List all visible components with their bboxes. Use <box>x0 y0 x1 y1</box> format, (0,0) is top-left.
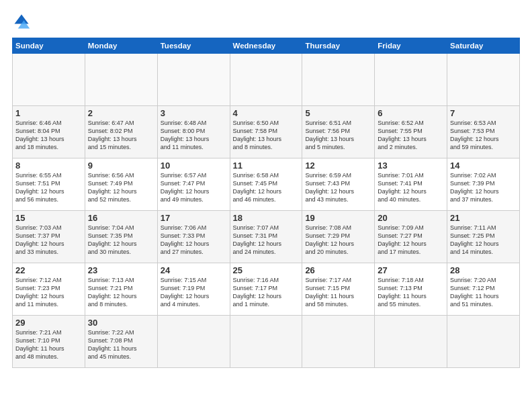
day-cell: 18Sunrise: 7:07 AM Sunset: 7:31 PM Dayli… <box>230 211 302 263</box>
col-header-monday: Monday <box>85 38 157 54</box>
day-cell: 12Sunrise: 6:59 AM Sunset: 7:43 PM Dayli… <box>302 158 375 211</box>
day-cell: 30Sunrise: 7:22 AM Sunset: 7:08 PM Dayli… <box>85 316 157 368</box>
day-number: 8 <box>15 161 82 171</box>
day-info: Sunrise: 7:17 AM Sunset: 7:15 PM Dayligh… <box>305 276 371 309</box>
day-cell <box>13 54 85 106</box>
page: SundayMondayTuesdayWednesdayThursdayFrid… <box>0 0 532 411</box>
day-cell: 26Sunrise: 7:17 AM Sunset: 7:15 PM Dayli… <box>302 263 375 316</box>
day-cell: 11Sunrise: 6:58 AM Sunset: 7:45 PM Dayli… <box>230 158 302 211</box>
day-number: 13 <box>378 161 444 171</box>
day-cell <box>375 316 447 368</box>
day-cell: 19Sunrise: 7:08 AM Sunset: 7:29 PM Dayli… <box>302 211 375 263</box>
day-cell <box>157 316 230 368</box>
day-number: 30 <box>88 318 154 328</box>
day-cell: 8Sunrise: 6:55 AM Sunset: 7:51 PM Daylig… <box>13 158 85 211</box>
day-number: 16 <box>88 213 154 223</box>
day-info: Sunrise: 7:09 AM Sunset: 7:27 PM Dayligh… <box>378 224 444 257</box>
day-number: 17 <box>161 213 227 223</box>
day-cell <box>230 54 302 106</box>
week-row-0 <box>13 54 520 106</box>
week-row-4: 22Sunrise: 7:12 AM Sunset: 7:23 PM Dayli… <box>13 263 520 316</box>
day-info: Sunrise: 6:51 AM Sunset: 7:56 PM Dayligh… <box>305 119 371 152</box>
day-number: 12 <box>305 161 371 171</box>
day-cell: 20Sunrise: 7:09 AM Sunset: 7:27 PM Dayli… <box>375 211 447 263</box>
day-cell: 27Sunrise: 7:18 AM Sunset: 7:13 PM Dayli… <box>375 263 447 316</box>
day-number: 19 <box>305 213 371 223</box>
day-cell: 17Sunrise: 7:06 AM Sunset: 7:33 PM Dayli… <box>157 211 230 263</box>
day-number: 14 <box>450 161 517 171</box>
day-info: Sunrise: 7:12 AM Sunset: 7:23 PM Dayligh… <box>15 276 82 309</box>
day-info: Sunrise: 6:56 AM Sunset: 7:49 PM Dayligh… <box>88 171 154 204</box>
col-header-friday: Friday <box>375 38 447 54</box>
week-row-1: 1Sunrise: 6:46 AM Sunset: 8:04 PM Daylig… <box>13 106 520 158</box>
day-number: 22 <box>15 265 82 275</box>
day-info: Sunrise: 7:22 AM Sunset: 7:08 PM Dayligh… <box>88 328 154 361</box>
logo-icon <box>12 12 31 31</box>
day-cell: 25Sunrise: 7:16 AM Sunset: 7:17 PM Dayli… <box>230 263 302 316</box>
day-info: Sunrise: 7:16 AM Sunset: 7:17 PM Dayligh… <box>233 276 300 309</box>
day-cell <box>302 316 375 368</box>
day-number: 25 <box>233 265 300 275</box>
calendar-table: SundayMondayTuesdayWednesdayThursdayFrid… <box>12 38 520 368</box>
week-row-5: 29Sunrise: 7:21 AM Sunset: 7:10 PM Dayli… <box>13 316 520 368</box>
day-cell: 10Sunrise: 6:57 AM Sunset: 7:47 PM Dayli… <box>157 158 230 211</box>
day-cell <box>375 54 447 106</box>
col-header-tuesday: Tuesday <box>157 38 230 54</box>
day-info: Sunrise: 6:52 AM Sunset: 7:55 PM Dayligh… <box>378 119 444 152</box>
day-info: Sunrise: 6:46 AM Sunset: 8:04 PM Dayligh… <box>15 119 82 152</box>
day-number: 6 <box>378 108 444 118</box>
svg-marker-0 <box>15 15 29 24</box>
day-cell: 13Sunrise: 7:01 AM Sunset: 7:41 PM Dayli… <box>375 158 447 211</box>
col-header-thursday: Thursday <box>302 38 375 54</box>
day-cell <box>447 54 520 106</box>
day-cell: 6Sunrise: 6:52 AM Sunset: 7:55 PM Daylig… <box>375 106 447 158</box>
day-cell <box>447 316 520 368</box>
day-number: 24 <box>161 265 227 275</box>
day-cell: 16Sunrise: 7:04 AM Sunset: 7:35 PM Dayli… <box>85 211 157 263</box>
day-info: Sunrise: 7:18 AM Sunset: 7:13 PM Dayligh… <box>378 276 444 309</box>
day-info: Sunrise: 7:06 AM Sunset: 7:33 PM Dayligh… <box>161 224 227 257</box>
day-number: 10 <box>161 161 227 171</box>
day-cell <box>302 54 375 106</box>
day-cell <box>85 54 157 106</box>
day-number: 28 <box>450 265 517 275</box>
day-number: 18 <box>233 213 300 223</box>
day-number: 29 <box>15 318 82 328</box>
day-cell: 21Sunrise: 7:11 AM Sunset: 7:25 PM Dayli… <box>447 211 520 263</box>
day-info: Sunrise: 7:07 AM Sunset: 7:31 PM Dayligh… <box>233 224 300 257</box>
day-number: 4 <box>233 108 300 118</box>
day-cell: 3Sunrise: 6:48 AM Sunset: 8:00 PM Daylig… <box>157 106 230 158</box>
day-cell: 14Sunrise: 7:02 AM Sunset: 7:39 PM Dayli… <box>447 158 520 211</box>
day-info: Sunrise: 7:11 AM Sunset: 7:25 PM Dayligh… <box>450 224 517 257</box>
day-cell: 2Sunrise: 6:47 AM Sunset: 8:02 PM Daylig… <box>85 106 157 158</box>
day-cell <box>230 316 302 368</box>
day-cell: 1Sunrise: 6:46 AM Sunset: 8:04 PM Daylig… <box>13 106 85 158</box>
day-number: 7 <box>450 108 517 118</box>
day-info: Sunrise: 7:13 AM Sunset: 7:21 PM Dayligh… <box>88 276 154 309</box>
day-cell: 4Sunrise: 6:50 AM Sunset: 7:58 PM Daylig… <box>230 106 302 158</box>
day-info: Sunrise: 7:01 AM Sunset: 7:41 PM Dayligh… <box>378 171 444 204</box>
header-row: SundayMondayTuesdayWednesdayThursdayFrid… <box>13 38 520 54</box>
day-cell: 23Sunrise: 7:13 AM Sunset: 7:21 PM Dayli… <box>85 263 157 316</box>
day-cell: 7Sunrise: 6:53 AM Sunset: 7:53 PM Daylig… <box>447 106 520 158</box>
day-info: Sunrise: 6:48 AM Sunset: 8:00 PM Dayligh… <box>161 119 227 152</box>
day-info: Sunrise: 6:57 AM Sunset: 7:47 PM Dayligh… <box>161 171 227 204</box>
day-number: 3 <box>161 108 227 118</box>
day-number: 21 <box>450 213 517 223</box>
day-info: Sunrise: 7:21 AM Sunset: 7:10 PM Dayligh… <box>15 328 82 361</box>
header <box>12 12 520 31</box>
day-number: 2 <box>88 108 154 118</box>
day-number: 5 <box>305 108 371 118</box>
week-row-3: 15Sunrise: 7:03 AM Sunset: 7:37 PM Dayli… <box>13 211 520 263</box>
day-info: Sunrise: 7:02 AM Sunset: 7:39 PM Dayligh… <box>450 171 517 204</box>
day-number: 26 <box>305 265 371 275</box>
day-info: Sunrise: 6:55 AM Sunset: 7:51 PM Dayligh… <box>15 171 82 204</box>
logo <box>12 12 34 31</box>
day-cell <box>157 54 230 106</box>
day-cell: 5Sunrise: 6:51 AM Sunset: 7:56 PM Daylig… <box>302 106 375 158</box>
day-info: Sunrise: 7:15 AM Sunset: 7:19 PM Dayligh… <box>161 276 227 309</box>
day-number: 15 <box>15 213 82 223</box>
col-header-wednesday: Wednesday <box>230 38 302 54</box>
day-info: Sunrise: 7:04 AM Sunset: 7:35 PM Dayligh… <box>88 224 154 257</box>
day-info: Sunrise: 6:59 AM Sunset: 7:43 PM Dayligh… <box>305 171 371 204</box>
